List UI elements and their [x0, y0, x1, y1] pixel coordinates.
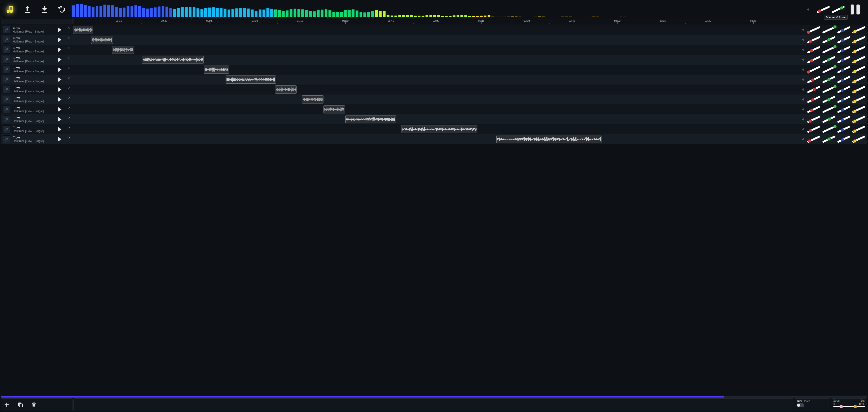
track-loop-button[interactable]: [65, 87, 70, 92]
duplicate-button[interactable]: [17, 401, 24, 408]
track-pan-slider[interactable]: [822, 26, 835, 34]
track-loop-button[interactable]: [65, 47, 70, 53]
track-thumbnail[interactable]: [3, 96, 10, 103]
track-pan-slider[interactable]: [822, 125, 835, 133]
audio-clip[interactable]: [496, 135, 602, 143]
track-loop-button[interactable]: [65, 67, 70, 72]
track-lane[interactable]: [73, 35, 799, 45]
track-thumbnail[interactable]: [3, 125, 10, 133]
track-lane[interactable]: [73, 25, 799, 35]
track-loop-button[interactable]: [65, 116, 70, 122]
track-thumbnail[interactable]: [3, 26, 10, 34]
track-pan-slider[interactable]: [822, 135, 835, 143]
track-lane[interactable]: [73, 124, 799, 134]
audio-clip[interactable]: [345, 115, 396, 123]
track-mute-button[interactable]: [801, 137, 805, 141]
track-mute-button[interactable]: [801, 28, 805, 32]
track-loop-button[interactable]: [65, 106, 70, 112]
timeline-ruler[interactable]: 00:1500:3000:4501:0001:1501:3001:4502:00…: [73, 19, 799, 24]
track-mute-button[interactable]: [801, 87, 805, 92]
trim-pitch-toggle[interactable]: [797, 403, 804, 407]
audio-clip[interactable]: [275, 86, 297, 94]
pause-button[interactable]: [850, 4, 860, 15]
master-volume-slider[interactable]: [816, 5, 830, 13]
track-pan-slider[interactable]: [822, 66, 835, 74]
track-volume-slider[interactable]: [807, 105, 820, 114]
global-progress[interactable]: [1, 396, 867, 398]
add-track-button[interactable]: [3, 401, 10, 408]
playhead[interactable]: [73, 25, 73, 395]
track-thumbnail[interactable]: [3, 46, 10, 54]
track-mute-button[interactable]: [801, 127, 805, 131]
track-lane[interactable]: [73, 45, 799, 55]
track-send-slider[interactable]: [852, 26, 865, 34]
track-mute-button[interactable]: [801, 107, 805, 112]
track-volume-slider[interactable]: [807, 75, 820, 84]
track-thumbnail[interactable]: [3, 116, 10, 123]
track-fx-slider[interactable]: [837, 66, 850, 74]
track-volume-slider[interactable]: [807, 95, 820, 103]
track-send-slider[interactable]: [852, 135, 865, 143]
track-thumbnail[interactable]: [3, 36, 10, 43]
track-mute-button[interactable]: [801, 37, 805, 42]
zoom-slider[interactable]: [833, 406, 865, 407]
track-lane[interactable]: [73, 85, 799, 94]
audio-clip[interactable]: [225, 75, 276, 84]
track-send-slider[interactable]: [852, 36, 865, 44]
track-play-button[interactable]: [58, 107, 61, 112]
track-thumbnail[interactable]: [3, 86, 10, 93]
recycle-button[interactable]: [56, 4, 67, 15]
track-play-button[interactable]: [58, 97, 61, 102]
track-fx-slider[interactable]: [837, 125, 850, 133]
track-fx-slider[interactable]: [837, 75, 850, 84]
audio-clip[interactable]: [73, 26, 93, 34]
audio-clip[interactable]: [302, 95, 323, 103]
track-pan-slider[interactable]: [822, 95, 835, 103]
track-pan-slider[interactable]: [822, 75, 835, 84]
zoom-knob-b[interactable]: [854, 405, 857, 408]
track-fx-slider[interactable]: [837, 86, 850, 94]
track-play-button[interactable]: [58, 87, 61, 92]
track-play-button[interactable]: [58, 28, 61, 32]
audio-clip[interactable]: [204, 66, 229, 74]
track-volume-slider[interactable]: [807, 115, 820, 123]
track-play-button[interactable]: [58, 57, 61, 62]
track-send-slider[interactable]: [852, 105, 865, 114]
track-fx-slider[interactable]: [837, 56, 850, 64]
track-lane[interactable]: [73, 65, 799, 74]
track-pan-slider[interactable]: [822, 36, 835, 44]
track-send-slider[interactable]: [852, 86, 865, 94]
track-fx-slider[interactable]: [837, 26, 850, 34]
track-volume-slider[interactable]: [807, 26, 820, 34]
audio-clip[interactable]: [142, 56, 204, 64]
track-volume-slider[interactable]: [807, 46, 820, 54]
track-send-slider[interactable]: [852, 95, 865, 103]
track-volume-slider[interactable]: [807, 125, 820, 133]
track-fx-slider[interactable]: [837, 115, 850, 123]
track-play-button[interactable]: [58, 127, 61, 131]
track-send-slider[interactable]: [852, 56, 865, 64]
track-pan-slider[interactable]: [822, 86, 835, 94]
track-play-button[interactable]: [58, 37, 61, 42]
track-lane[interactable]: [73, 74, 799, 85]
track-play-button[interactable]: [58, 117, 61, 122]
audio-clip[interactable]: [401, 125, 477, 133]
track-loop-button[interactable]: [65, 27, 70, 33]
track-mute-button[interactable]: [801, 77, 805, 82]
track-send-slider[interactable]: [852, 46, 865, 54]
track-loop-button[interactable]: [65, 76, 70, 83]
track-loop-button[interactable]: [65, 96, 70, 102]
delete-button[interactable]: [31, 401, 37, 408]
track-send-slider[interactable]: [852, 66, 865, 74]
track-fx-slider[interactable]: [837, 95, 850, 103]
track-mute-button[interactable]: [801, 47, 805, 52]
track-lane[interactable]: [73, 55, 799, 65]
track-mute-button[interactable]: [801, 57, 805, 62]
track-volume-slider[interactable]: [807, 86, 820, 94]
track-thumbnail[interactable]: [3, 76, 10, 84]
track-loop-button[interactable]: [65, 126, 70, 132]
track-thumbnail[interactable]: [3, 135, 10, 143]
track-mute-button[interactable]: [801, 67, 805, 72]
audio-clip[interactable]: [323, 105, 345, 114]
track-play-button[interactable]: [58, 67, 61, 72]
